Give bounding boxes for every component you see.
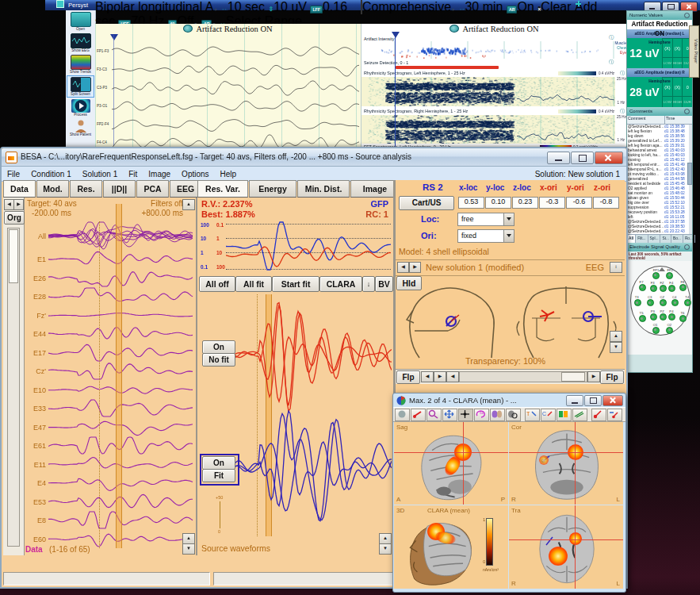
electrode-f3[interactable] (650, 285, 657, 292)
step-left-button[interactable]: ◀ (446, 371, 459, 382)
org-button[interactable]: Org (4, 211, 25, 225)
comments-filter-tab[interactable]: Bo... (671, 235, 683, 243)
source2-on-button[interactable]: On (202, 456, 235, 470)
data-channel-row[interactable]: E1 (24, 250, 196, 269)
clara-button[interactable]: CLARA (319, 276, 362, 292)
menu-options[interactable]: Options (176, 170, 214, 178)
coregister-button[interactable]: C (541, 409, 556, 421)
minimize-button[interactable] (547, 152, 570, 164)
electrode-f7[interactable] (639, 284, 646, 291)
electrode-fp2[interactable] (666, 272, 673, 279)
data-channel-row[interactable]: E8 (24, 511, 196, 530)
electrode-fz[interactable] (660, 285, 667, 292)
menu-file[interactable]: File (2, 170, 25, 178)
x-ori-value[interactable]: -0.3 (539, 197, 565, 209)
brain-zoom-button[interactable] (506, 409, 521, 421)
data-channel-row[interactable]: E10 (24, 381, 196, 400)
comment-row[interactable]: @SeizureDetected... d1 20:22:43 (627, 229, 692, 234)
time-column[interactable]: Time (665, 116, 675, 124)
electrode-f8[interactable] (679, 284, 687, 291)
sidebar-open-button[interactable]: Open (67, 11, 94, 32)
tab-eeg[interactable]: EEG (170, 180, 201, 198)
electrode-t6[interactable] (679, 315, 687, 322)
info-icon[interactable]: ⓘ (609, 59, 614, 66)
close-button[interactable] (602, 395, 623, 406)
scroll-up-button[interactable]: ▲ (182, 199, 195, 210)
electrode-c3[interactable] (647, 299, 654, 306)
data-channel-row[interactable]: E53 (24, 493, 196, 512)
sidebar-show-patient-button[interactable]: Show Patient (67, 118, 94, 137)
chevron-down-icon[interactable] (503, 230, 514, 242)
data-channel-row[interactable]: E44 (24, 324, 196, 344)
sidebar-process-button[interactable]: Process (67, 98, 94, 117)
electrode-o2[interactable] (666, 327, 673, 334)
probe-button[interactable] (591, 409, 606, 421)
chevron-down-icon[interactable] (503, 213, 514, 225)
down-arrow-button[interactable]: ↓ (362, 276, 375, 292)
electrode-cz[interactable] (660, 299, 667, 306)
trend-timebase-value[interactable]: 30 min (465, 0, 503, 13)
sensitivity-value[interactable]: 10 uV (273, 0, 307, 13)
close-button[interactable] (595, 152, 623, 164)
tab-res[interactable]: Res. (70, 180, 102, 198)
source2-fit-button[interactable]: Fit (202, 469, 235, 482)
electrode-f4[interactable] (668, 285, 675, 292)
electrode-c4[interactable] (671, 299, 679, 306)
electrode-t3[interactable] (634, 299, 641, 306)
comments-filter-tab[interactable]: St... (660, 235, 671, 243)
crosshair-button[interactable] (458, 409, 473, 421)
info-icon[interactable]: ⓘ (609, 34, 614, 41)
brain-view-button[interactable] (490, 409, 505, 421)
comments-filter-tab[interactable]: Ro... (683, 235, 695, 243)
flip-left-button[interactable]: Flp (396, 370, 420, 384)
rotate-left-button[interactable]: ◀ (421, 371, 434, 382)
source1-nofit-button[interactable]: No fit (202, 353, 235, 367)
menu-condition[interactable]: Condition 1 (25, 170, 77, 178)
electrode-pz[interactable] (660, 313, 667, 321)
scroll-up-button[interactable]: ▲ (182, 533, 195, 544)
electrode-t4[interactable] (684, 299, 691, 306)
z-ori-value[interactable]: -0.8 (593, 197, 619, 209)
data-channel-row[interactable]: E26 (24, 269, 196, 288)
talairach-button[interactable]: T (525, 409, 540, 421)
data-channel-row[interactable]: E33 (24, 399, 196, 418)
data-vscrollbar[interactable] (7, 228, 20, 547)
start-fit-button[interactable]: Start fit (272, 276, 319, 292)
rotate-60-button[interactable]: 60 (474, 409, 489, 421)
tab-image[interactable]: Image (350, 180, 400, 198)
flip-right-button[interactable]: Flp (600, 370, 624, 384)
sidebar-show-trends-button[interactable]: Show Trends (67, 54, 94, 75)
y-ori-value[interactable]: -0.6 (566, 197, 592, 209)
data-channel-row[interactable]: E28 (24, 287, 196, 306)
tab-min-dist[interactable]: Min. Dist. (297, 180, 350, 198)
cart-us-button[interactable]: Cart/US (399, 196, 454, 210)
slice-view-button[interactable] (572, 409, 587, 421)
montage-select[interactable]: Bipolar longitudinal A (95, 0, 213, 13)
sidebar-split-screen-button[interactable]: Split Screen (67, 75, 94, 98)
electrode-o1[interactable] (652, 327, 660, 334)
menu-fit[interactable]: Fit (123, 170, 143, 178)
menu-solution[interactable]: Solution 1 (77, 170, 123, 178)
trend-marker-icon[interactable] (392, 32, 400, 38)
page-right-button[interactable]: ▶ (13, 199, 24, 210)
data-channel-row[interactable]: E4 (24, 474, 196, 493)
z-loc-value[interactable]: 0.23 (512, 197, 538, 209)
y-loc-value[interactable]: 0.10 (485, 197, 511, 209)
pin-icon[interactable] (684, 244, 690, 250)
clear-button[interactable]: Clear (541, 0, 571, 13)
scroll-thumb[interactable] (561, 372, 585, 382)
tab-pca[interactable]: PCA (136, 180, 169, 198)
display-select[interactable]: Comprehensive (362, 0, 451, 13)
tab-res-var[interactable]: Res. Var. (197, 180, 248, 198)
eeg-trace-row[interactable]: C3-P3 (95, 79, 361, 98)
rotation-scrollbar[interactable] (459, 371, 587, 382)
maximize-button[interactable] (584, 395, 602, 406)
time-marker-icon[interactable] (110, 34, 118, 40)
comments-filter-tab[interactable]: Spl... (648, 235, 661, 243)
clara-titlebar[interactable]: Max. 2 of 4 - CLARA (mean) - ... (393, 393, 625, 407)
scroll-up-button[interactable]: ▲ (379, 533, 392, 544)
probe-minus-button[interactable] (607, 409, 622, 421)
sidebar-show-eeg-button[interactable]: Show EEG (67, 33, 94, 53)
comments-filter-tab[interactable]: All (627, 235, 636, 243)
coronal-view[interactable]: Cor R L (509, 422, 623, 505)
